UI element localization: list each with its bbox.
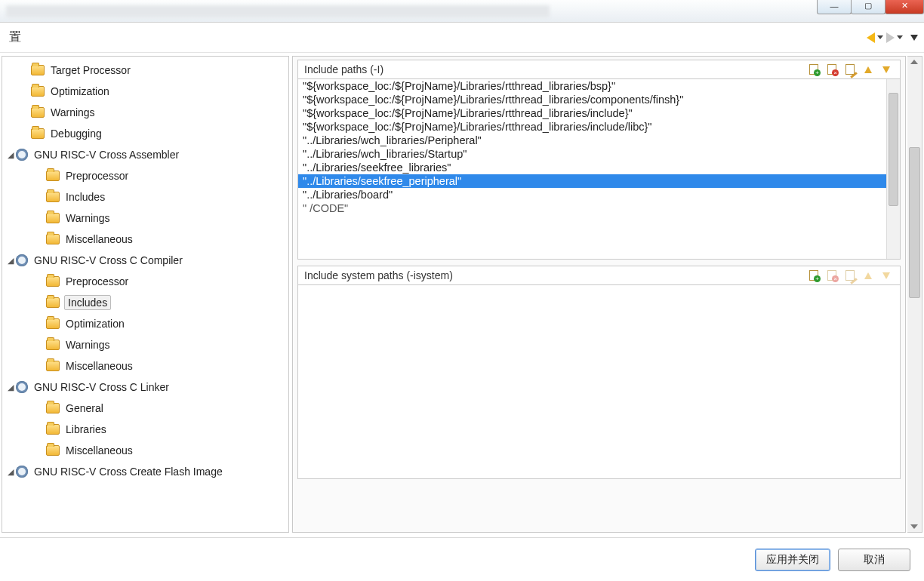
expand-icon: ◢ [5, 150, 16, 160]
tree-item[interactable]: ◢GNU RISC-V Cross Assembler [2, 144, 288, 165]
view-menu-button[interactable] [906, 35, 918, 41]
move-syspath-down-button [879, 269, 894, 282]
list-item[interactable]: "../Libraries/seekfree_peripheral" [298, 174, 886, 188]
list-item[interactable]: " /CODE" [298, 201, 886, 215]
document-icon: + [809, 270, 818, 281]
folder-icon [46, 213, 60, 223]
list-item[interactable]: "${workspace_loc:/${ProjName}/Libraries/… [298, 79, 886, 93]
tree-item-label: General [64, 401, 105, 415]
move-down-button[interactable] [879, 63, 894, 76]
dialog-footer: 应用并关闭 取消 [0, 537, 924, 581]
tree-item[interactable]: Includes [2, 186, 288, 208]
move-syspath-up-button [861, 269, 876, 282]
tree-item-label: Includes [64, 190, 106, 204]
include-paths-label: Include paths (-I) [304, 63, 806, 75]
add-path-button[interactable]: + [806, 63, 821, 76]
tree-item-label: Libraries [64, 423, 108, 436]
document-icon: + [809, 64, 818, 75]
toolbar: 置 [0, 23, 924, 53]
scrollbar[interactable] [886, 79, 900, 259]
tree-item[interactable]: ◢GNU RISC-V Cross Create Flash Image [2, 461, 288, 482]
folder-icon [46, 297, 60, 308]
nav-back-button[interactable] [867, 32, 883, 43]
tree-item-label: Preprocessor [64, 275, 130, 288]
settings-tree[interactable]: Target ProcessorOptimizationWarningsDebu… [2, 56, 289, 533]
gear-icon [16, 466, 28, 478]
minimize-button[interactable]: ― [817, 0, 852, 14]
tree-item[interactable]: Libraries [2, 419, 288, 440]
tree-item[interactable]: Warnings [2, 102, 288, 123]
tree-item-label: Miscellaneous [64, 444, 134, 457]
list-item[interactable]: "${workspace_loc:/${ProjName}/Libraries/… [298, 93, 886, 106]
list-item[interactable]: "${workspace_loc:/${ProjName}/Libraries/… [298, 106, 886, 120]
tree-item-label: Optimization [64, 317, 126, 330]
list-item[interactable]: "../Libraries/board" [298, 188, 886, 201]
gear-icon [16, 381, 28, 393]
maximize-button[interactable]: ▢ [851, 0, 886, 14]
document-icon [845, 270, 855, 281]
expand-icon: ◢ [5, 467, 16, 477]
arrow-down-icon [882, 66, 890, 73]
arrow-right-icon [886, 32, 895, 43]
dialog-window: ― ▢ ✕ 置 Target ProcessorOptimizationWarn… [0, 0, 924, 581]
folder-icon [46, 192, 60, 202]
tree-item-label: Warnings [49, 106, 97, 119]
include-paths-list[interactable]: "${workspace_loc:/${ProjName}/Libraries/… [297, 78, 901, 260]
tree-item[interactable]: Debugging [2, 123, 288, 144]
folder-icon [46, 171, 60, 181]
folder-icon [46, 424, 60, 435]
folder-icon [31, 107, 45, 118]
list-item[interactable]: "../Libraries/wch_libraries/Peripheral" [298, 134, 886, 147]
folder-icon [46, 276, 60, 287]
menu-triangle-icon [910, 35, 918, 41]
tree-item[interactable]: Warnings [2, 334, 288, 355]
folder-icon [31, 86, 45, 97]
tree-item[interactable]: Preprocessor [2, 271, 288, 292]
tree-item[interactable]: Miscellaneous [2, 229, 288, 250]
include-system-paths-list[interactable] [297, 284, 901, 479]
apply-and-close-button[interactable]: 应用并关闭 [755, 549, 830, 571]
folder-icon [31, 65, 45, 75]
cancel-button[interactable]: 取消 [838, 549, 910, 571]
delete-syspath-button: × [824, 269, 839, 282]
delete-path-button[interactable]: × [824, 63, 839, 76]
move-up-button[interactable] [861, 63, 876, 76]
folder-icon [46, 340, 60, 350]
add-syspath-button[interactable]: + [806, 269, 821, 282]
tree-item[interactable]: Optimization [2, 313, 288, 334]
tree-item[interactable]: General [2, 398, 288, 419]
document-icon: × [827, 270, 836, 281]
list-item[interactable]: "${workspace_loc:/${ProjName}/Libraries/… [298, 120, 886, 134]
arrow-up-icon [864, 66, 872, 73]
scrollbar-thumb[interactable] [909, 147, 920, 298]
tree-item[interactable]: Preprocessor [2, 165, 288, 186]
tree-item[interactable]: Miscellaneous [2, 355, 288, 377]
tree-item[interactable]: ◢GNU RISC-V Cross C Compiler [2, 250, 288, 271]
nav-forward-button[interactable] [886, 32, 903, 43]
list-item[interactable]: "../Libraries/seekfree_libraries" [298, 161, 886, 174]
tree-item[interactable]: Includes [2, 292, 288, 313]
tree-item[interactable]: ◢GNU RISC-V Cross C Linker [2, 377, 288, 398]
tree-item-label: Preprocessor [64, 169, 130, 183]
tree-item-label: GNU RISC-V Cross C Linker [32, 380, 171, 394]
tree-item[interactable]: Target Processor [2, 60, 288, 81]
expand-icon: ◢ [5, 383, 16, 392]
arrow-down-icon [882, 272, 890, 279]
edit-path-button[interactable] [842, 63, 858, 76]
tree-item[interactable]: Optimization [2, 81, 288, 102]
arrow-left-icon [867, 32, 875, 43]
tree-item-label: Miscellaneous [64, 359, 134, 373]
tree-item[interactable]: Miscellaneous [2, 440, 288, 461]
close-button[interactable]: ✕ [885, 0, 924, 14]
scrollbar-thumb[interactable] [889, 93, 898, 206]
list-item[interactable]: "../Libraries/wch_libraries/Startup" [298, 147, 886, 161]
titlebar: ― ▢ ✕ [0, 0, 924, 23]
form-scrollbar[interactable] [907, 56, 922, 533]
tree-item-label: Optimization [49, 85, 111, 98]
tree-item-label: Target Processor [49, 63, 132, 77]
tree-item-label: Miscellaneous [64, 232, 134, 246]
page-title: 置 [5, 28, 26, 47]
tree-item[interactable]: Warnings [2, 208, 288, 229]
edit-syspath-button [842, 269, 858, 282]
folder-icon [46, 445, 60, 456]
